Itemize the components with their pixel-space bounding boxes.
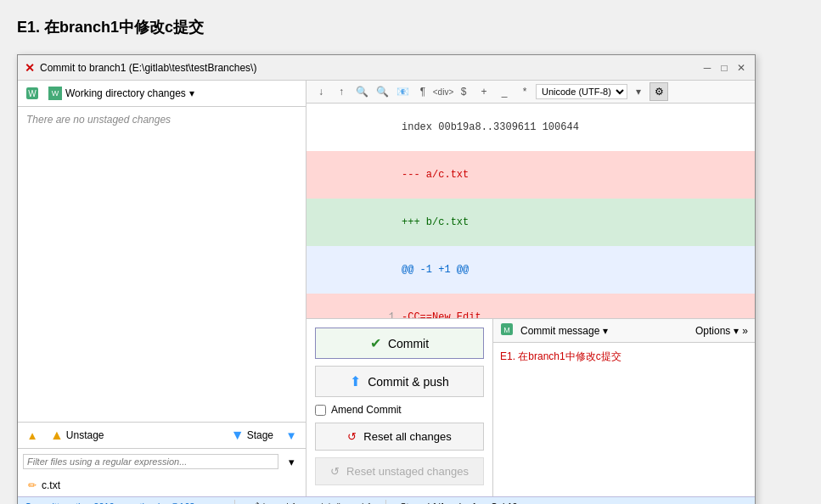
branch-icon: ⎇ <box>249 501 260 504</box>
diff-line-new-file: +++ b/c.txt <box>306 199 755 246</box>
stage-label: Stage <box>247 429 273 441</box>
reset-all-icon: ↺ <box>347 430 357 443</box>
left-toolbar: W W Working directory changes ▾ <box>18 81 306 107</box>
filter-input[interactable] <box>23 454 278 469</box>
titlebar-controls: ─ □ ✕ <box>700 61 748 75</box>
titlebar: ✕ Commit to branch1 (E:\gitlab\test\test… <box>18 55 755 81</box>
diff-dollar-btn[interactable]: $ <box>454 82 473 101</box>
commit-push-icon: ⬆ <box>350 373 361 389</box>
stage-icon: ▼ <box>231 428 245 443</box>
commit-message-dropdown[interactable]: Commit message ▾ <box>520 325 608 337</box>
encoding-select[interactable]: Unicode (UTF-8) <box>536 84 627 99</box>
file-edit-icon: ✏ <box>28 479 37 491</box>
line-num-1: 1 <box>374 310 395 318</box>
dropdown-arrow-icon: ▾ <box>189 87 194 99</box>
reset-unstaged-button: ↺ Reset unstaged changes <box>315 457 484 485</box>
stage-icon-btn-2[interactable]: ▼ <box>282 426 301 445</box>
diff-up-btn[interactable]: ↑ <box>332 82 351 101</box>
diff-search-btn-1[interactable]: 🔍 <box>352 82 371 101</box>
msg-content: E1. 在branch1中修改c提交 <box>493 343 755 496</box>
diff-toolbar: ↓ ↑ 🔍 🔍 📧 ¶ <div> $ + _ * Unicode (UTF-8… <box>306 81 755 104</box>
options-label: Options <box>695 325 730 337</box>
reset-all-button[interactable]: ↺ Reset all changes <box>315 423 484 451</box>
up-arrow-icon: ▲ <box>26 429 37 442</box>
svg-text:W: W <box>28 89 37 98</box>
commit-push-button[interactable]: ⬆ Commit & push <box>315 366 484 397</box>
staged-info: Staged 1/1 <box>400 501 445 505</box>
commit-message-panel: M Commit message ▾ Options ▾ » <box>493 319 755 496</box>
diff-line-removed: 1-CC==New.Edit <box>306 294 755 318</box>
diff-div-btn[interactable]: <div> <box>434 82 453 101</box>
unstage-label: Unstage <box>66 429 104 441</box>
filter-row: ▾ <box>18 448 306 474</box>
gear-button[interactable]: ⚙ <box>649 82 668 101</box>
reset-unstaged-label: Reset unstaged changes <box>346 465 469 478</box>
options-button[interactable]: Options ▾ <box>695 325 739 337</box>
committer-info: Committer ethan2019new <tiandoc@163.com> <box>25 501 221 505</box>
no-changes-text: There are no unstaged changes <box>18 107 306 132</box>
diff-plus-btn[interactable]: + <box>475 82 493 101</box>
diff-content: index 00b19a8..3309611 100644 --- a/c.tx… <box>306 104 755 318</box>
msg-expand-btn[interactable]: » <box>742 325 748 337</box>
msg-toolbar: M Commit message ▾ Options ▾ » <box>493 319 755 343</box>
diff-search-btn-2[interactable]: 🔍 <box>373 82 391 101</box>
commit-window: ✕ Commit to branch1 (E:\gitlab\test\test… <box>17 54 756 504</box>
diff-para-btn[interactable]: ¶ <box>413 82 432 101</box>
statusbar-separator-1 <box>234 500 235 505</box>
unstage-icon: ▲ <box>50 428 64 443</box>
page-title: E1. 在branch1中修改c提交 <box>17 17 804 37</box>
titlebar-left: ✕ Commit to branch1 (E:\gitlab\test\test… <box>25 61 256 75</box>
diff-line-old-file: --- a/c.txt <box>306 151 755 199</box>
left-panel: W W Working directory changes ▾ There ar… <box>18 81 306 496</box>
svg-text:M: M <box>503 326 510 334</box>
commit-message-text: E1. 在branch1中修改c提交 <box>500 350 621 362</box>
maximize-button[interactable]: □ <box>717 61 731 75</box>
amend-label: Amend Commit <box>331 404 402 416</box>
filter-dropdown-btn[interactable]: ▾ <box>282 452 301 471</box>
bottom-area: ✔ Commit ⬆ Commit & push Amend Commit ↺ … <box>306 318 755 496</box>
file-list: ✏ c.txt <box>18 474 306 496</box>
branch-info: ⎇ branch1 → origin/branch1 <box>249 501 372 504</box>
msg-dropdown-icon: ▾ <box>603 325 608 337</box>
file-name: c.txt <box>42 479 60 491</box>
right-panel: ↓ ↑ 🔍 🔍 📧 ¶ <div> $ + _ * Unicode (UTF-8… <box>306 81 755 496</box>
window-icon: ✕ <box>25 61 35 75</box>
diff-star-btn[interactable]: * <box>515 82 534 101</box>
close-button[interactable]: ✕ <box>734 61 748 75</box>
diff-down-btn[interactable]: ↓ <box>312 82 330 101</box>
working-dir-icon: W <box>48 87 62 100</box>
diff-line-hunk: @@ -1 +1 @@ <box>306 246 755 294</box>
msg-icon: M <box>500 322 514 339</box>
branch-arrow-icon: → <box>300 501 309 505</box>
minimize-button[interactable]: ─ <box>700 61 714 75</box>
titlebar-title: Commit to branch1 (E:\gitlab\test\testBr… <box>40 62 256 74</box>
reset-all-label: Reset all changes <box>363 430 451 443</box>
commit-buttons-panel: ✔ Commit ⬆ Commit & push Amend Commit ↺ … <box>306 319 493 496</box>
working-dir-label: Working directory changes <box>65 87 186 99</box>
ln-info: Ln 1 <box>458 501 476 505</box>
diff-mail-btn[interactable]: 📧 <box>393 82 412 101</box>
col-info: Col 19 <box>491 501 518 505</box>
stage-button[interactable]: ▼ Stage <box>226 426 278 445</box>
statusbar: Committer ethan2019new <tiandoc@163.com>… <box>18 496 755 504</box>
file-item[interactable]: ✏ c.txt <box>25 478 299 493</box>
commit-message-label: Commit message <box>520 325 599 337</box>
amend-checkbox[interactable] <box>315 405 326 416</box>
commit-push-label: Commit & push <box>368 375 449 389</box>
working-dir-button[interactable]: W Working directory changes ▾ <box>45 85 198 102</box>
reset-unstaged-icon: ↺ <box>330 465 340 478</box>
stage-icon-btn-1[interactable]: ▲ <box>23 426 42 445</box>
left-spacer <box>18 132 306 422</box>
left-toolbar-icon-btn[interactable]: W <box>23 84 42 103</box>
commit-button[interactable]: ✔ Commit <box>315 328 484 359</box>
diff-underscore-btn[interactable]: _ <box>495 82 514 101</box>
options-dropdown-icon: ▾ <box>734 325 739 337</box>
diff-line-index: index 00b19a8..3309611 100644 <box>306 104 755 151</box>
stage-toolbar: ▲ ▲ Unstage ▼ Stage ▼ <box>18 422 306 448</box>
down-arrow-icon: ▼ <box>285 429 296 442</box>
encoding-dropdown-btn[interactable]: ▾ <box>629 82 648 101</box>
branch-name: branch1 <box>263 501 297 505</box>
origin-branch-name: origin/branch1 <box>312 501 372 505</box>
unstage-button[interactable]: ▲ Unstage <box>45 426 110 445</box>
statusbar-separator-2 <box>385 500 386 505</box>
